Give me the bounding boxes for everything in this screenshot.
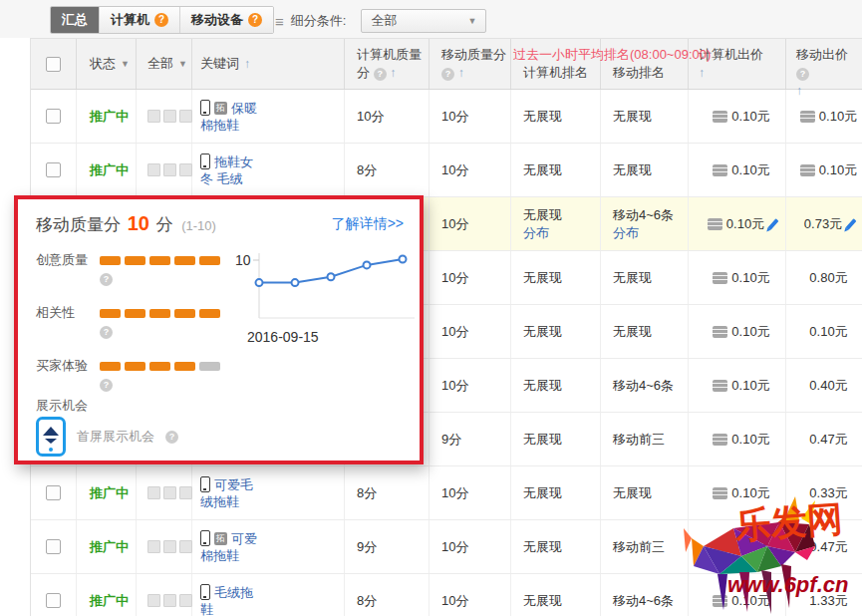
help-icon[interactable]: ?: [796, 68, 809, 81]
edit-pencil-icon[interactable]: [846, 218, 857, 230]
help-icon[interactable]: ?: [441, 68, 454, 81]
platform-icon: [179, 486, 192, 499]
header-pc-score[interactable]: 计算机质量 分 ? ↑: [345, 39, 430, 89]
sort-up-icon[interactable]: ↑: [796, 84, 802, 98]
mobile-rank-cell: 移动前三: [601, 413, 689, 465]
mobile-bid-cell: 0.80元: [786, 251, 862, 304]
mobile-quality-score: 10分: [441, 323, 510, 341]
pc-rank-cell: 无展现: [511, 359, 601, 412]
mobile-bid-value: 1.33元: [809, 592, 847, 610]
help-icon[interactable]: ?: [100, 273, 113, 286]
pc-rank-text: 无展现: [523, 206, 600, 224]
header-pc-rank: 计算机排名: [511, 39, 601, 89]
help-icon[interactable]: ?: [374, 68, 387, 81]
metric-label: 相关性: [36, 304, 100, 322]
mobile-rank-text: 移动前三: [613, 431, 688, 449]
row-checkbox[interactable]: [46, 485, 61, 500]
tab-mobile[interactable]: 移动设备?: [179, 7, 273, 33]
pc-rank-text: 无展现: [523, 431, 600, 449]
quality-score-popup: 移动质量分 10 分 (1-10) 了解详情>> 创意质量?相关性?买家体验? …: [14, 195, 424, 464]
pc-bid-cell: 0.10元: [689, 574, 786, 616]
mobile-rank-distribution-link[interactable]: 分布: [613, 224, 688, 242]
help-icon[interactable]: ?: [154, 13, 168, 27]
sort-up-icon[interactable]: ↑: [699, 66, 705, 80]
help-icon[interactable]: ?: [248, 13, 262, 27]
status-cell: 推广中: [77, 520, 137, 573]
header-status[interactable]: 状态 ▼: [77, 39, 137, 89]
keyword-link-line2[interactable]: 冬 毛绒: [200, 170, 344, 187]
pc-quality-score: 8分: [357, 592, 429, 610]
popup-title: 移动质量分: [36, 215, 121, 234]
filter-dropdown[interactable]: 全部 ▼: [361, 9, 486, 33]
detail-link[interactable]: 了解详情>>: [332, 215, 404, 233]
platform-icon: [147, 110, 160, 123]
status-text: 推广中: [90, 592, 136, 610]
sort-up-icon[interactable]: ↑: [390, 66, 396, 80]
bid-badge-icon: [713, 380, 727, 392]
sort-up-icon[interactable]: ↑: [244, 57, 250, 71]
header-select-cell: [31, 39, 77, 89]
mobile-quality-score: 9分: [441, 431, 510, 449]
help-icon[interactable]: ?: [165, 431, 178, 444]
phone-icon: [200, 100, 210, 116]
header-mobile-score[interactable]: 移动质量分 ? ↑: [430, 39, 511, 89]
view-tabs: 汇总计算机?移动设备?: [50, 6, 274, 34]
mobile-score-cell: 10分: [430, 90, 511, 143]
keyword-cell: 可爱毛 绒拖鞋: [192, 466, 345, 519]
row-checkbox[interactable]: [46, 109, 61, 124]
pc-bid-cell: 0.10元: [689, 466, 786, 519]
sort-up-icon[interactable]: ↑: [458, 66, 464, 80]
pc-rank-text: 无展现: [523, 323, 600, 341]
select-all-checkbox[interactable]: [46, 57, 61, 72]
bid-badge-icon: [708, 218, 722, 230]
row-select-cell: [31, 520, 77, 573]
row-checkbox[interactable]: [46, 593, 61, 608]
tab-computer[interactable]: 计算机?: [99, 7, 179, 33]
header-mobile-bid[interactable]: 移动出价 ? ↑: [786, 39, 862, 89]
header-pc-score-line2: 分: [357, 65, 370, 80]
header-pc-bid[interactable]: 计算机出价 ↑: [689, 39, 786, 89]
keyword-link-line2[interactable]: 棉拖鞋: [200, 547, 344, 564]
help-icon[interactable]: ?: [100, 379, 113, 392]
table-header: 状态 ▼ 全部 ▼ 关键词 ↑ 计算机质量 分 ? ↑ 移动质量分 ? ↑ 计算…: [31, 39, 862, 90]
row-checkbox[interactable]: [46, 539, 61, 554]
mobile-bid-cell: 0.40元: [786, 359, 862, 412]
mobile-quality-score: 10分: [441, 592, 510, 610]
pc-quality-score: 8分: [357, 484, 429, 502]
pc-rank-cell: 无展现 分布: [511, 197, 601, 250]
mobile-score-cell: 9分: [430, 413, 511, 465]
header-mobile-rank-label: 移动排名: [613, 64, 688, 82]
mobile-score-cell: 10分: [430, 359, 511, 412]
mobile-quality-score: 10分: [441, 161, 510, 179]
mobile-quality-score: 10分: [441, 269, 510, 287]
keyword-link[interactable]: 可爱毛: [214, 476, 253, 493]
keyword-link-line2[interactable]: 鞋: [200, 601, 344, 616]
platform-icon: [179, 594, 192, 607]
keyword-link[interactable]: 拖鞋女: [214, 154, 253, 170]
keyword-link-line2[interactable]: 棉拖鞋: [200, 117, 344, 134]
mobile-quality-score: 10分: [441, 377, 510, 395]
opportunity-section-title: 展示机会: [36, 397, 88, 415]
row-checkbox[interactable]: [46, 162, 61, 177]
keyword-link[interactable]: 保暖: [231, 100, 257, 117]
keyword-link-line2[interactable]: 绒拖鞋: [200, 493, 344, 510]
metric-bars: [100, 362, 224, 371]
header-keyword[interactable]: 关键词 ↑: [192, 39, 345, 89]
keyword-link[interactable]: 毛绒拖: [214, 584, 253, 601]
mobile-rank-cell: 移动4~6条: [601, 574, 689, 616]
header-keyword-label: 关键词: [200, 55, 239, 73]
mobile-rank-cell: 无展现: [601, 305, 689, 358]
help-icon[interactable]: ?: [100, 326, 113, 339]
pc-quality-score: 9分: [357, 538, 429, 556]
filter-group: ≡ 细分条件: 全部 ▼: [275, 9, 486, 33]
tab-summary[interactable]: 汇总: [51, 7, 99, 33]
header-platform[interactable]: 全部 ▼: [137, 39, 192, 89]
edit-pencil-icon[interactable]: [768, 218, 779, 230]
pc-rank-distribution-link[interactable]: 分布: [523, 224, 600, 242]
platform-icon: [147, 163, 160, 176]
table-row: 推广中 可爱毛 绒拖鞋 8分 10分 无展现 无展现 0.10元: [31, 466, 862, 520]
pc-bid-value: 0.10元: [731, 161, 769, 179]
metric-bars: [100, 256, 224, 265]
pc-bid-value: 0.10元: [731, 323, 769, 341]
keyword-link[interactable]: 可爱: [231, 530, 257, 547]
